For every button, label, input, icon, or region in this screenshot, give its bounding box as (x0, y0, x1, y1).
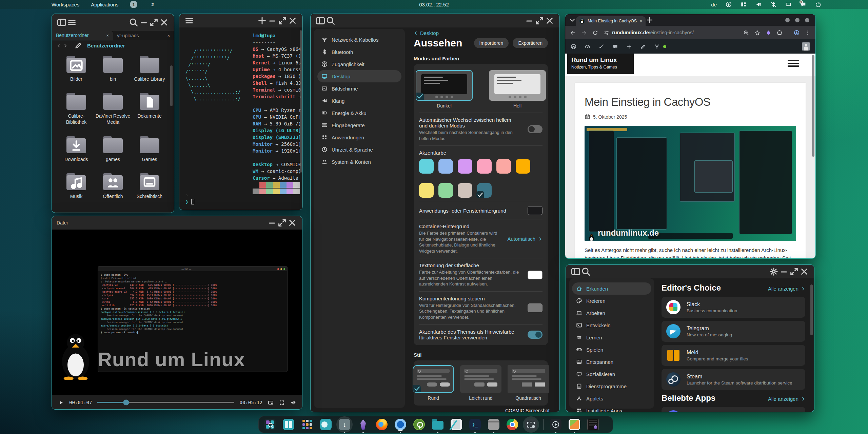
mode-option-hell[interactable]: Hell (489, 70, 546, 108)
browser-window-controls[interactable] (785, 18, 809, 22)
wp-avatar[interactable] (802, 42, 810, 51)
workspace-2-button[interactable]: 2 (149, 1, 156, 8)
menu-icon[interactable] (67, 17, 77, 27)
app-row-meld[interactable]: MeldCompare and merge your files (662, 345, 805, 366)
accent-swatch[interactable] (516, 159, 530, 174)
texttint-color-chip[interactable] (528, 271, 542, 279)
extension-flame-icon[interactable] (766, 30, 771, 36)
back-link[interactable]: Desktop (414, 30, 548, 36)
files-tab[interactable]: yt-uploads× (113, 31, 174, 40)
dock-icon-keepassxc[interactable] (413, 418, 426, 431)
terminal-titlebar[interactable] (179, 14, 302, 27)
accent-swatch[interactable] (419, 183, 434, 198)
site-menu-icon[interactable] (788, 60, 799, 68)
see-all-link[interactable]: Alle anzeigen (768, 286, 805, 292)
maximize-icon[interactable] (789, 267, 799, 277)
store-category-applets[interactable]: Applets (572, 392, 651, 405)
dock-icon-chrome[interactable] (506, 418, 519, 431)
accent-swatch[interactable] (458, 159, 472, 174)
settings-gear-icon[interactable] (769, 267, 779, 277)
settings-titlebar[interactable] (311, 14, 559, 27)
folder-item[interactable]: Bilder (58, 58, 95, 82)
autoswitch-toggle[interactable] (528, 125, 542, 133)
accent-swatch[interactable] (496, 159, 511, 174)
notifications-icon[interactable]: 9 (800, 1, 806, 7)
menu-icon[interactable] (184, 16, 194, 26)
site-logo[interactable]: Rund um Linux Notizen, Tipps & Games (567, 54, 634, 74)
file-menu[interactable]: Datei (57, 220, 68, 225)
accent-swatch[interactable] (438, 183, 453, 198)
hint-color-toggle[interactable] (528, 331, 542, 339)
tab-close-icon[interactable]: × (640, 19, 642, 23)
app-row-slack[interactable]: SlackBusiness communication (662, 297, 805, 318)
close-icon[interactable] (288, 16, 298, 26)
applications-button[interactable]: Applications (91, 2, 118, 7)
sidebar-item-energie-akku[interactable]: Energie & Akku (317, 107, 401, 119)
maximize-icon[interactable] (277, 218, 287, 228)
minimize-icon[interactable] (779, 267, 789, 277)
dock-icon-image-viewer[interactable] (568, 418, 581, 431)
accent-swatch[interactable] (419, 159, 434, 174)
tab-search-icon[interactable] (569, 16, 576, 24)
maximize-icon[interactable] (277, 16, 288, 26)
play-icon[interactable] (58, 400, 64, 406)
app-row-discord[interactable]: DiscordTalk, play, hang out (662, 407, 805, 412)
sidebar-item-zug-nglichkeit[interactable]: Zugänglichkeit (317, 58, 401, 70)
terminal-scrollbar[interactable] (300, 30, 302, 173)
tab-close-icon[interactable]: × (167, 33, 170, 38)
wp-dashboard-icon[interactable] (585, 44, 590, 50)
folder-item[interactable]: Downloads (58, 138, 95, 162)
accent-swatch-selected[interactable] (477, 183, 492, 198)
sidebar-item-uhrzeit-sprache[interactable]: Uhrzeit & Sprache (317, 143, 401, 156)
store-category-spielen[interactable]: Spielen (572, 343, 651, 356)
maximize-icon[interactable] (149, 17, 159, 27)
dock-icon-terminal[interactable] (469, 418, 481, 431)
dock-icon-files[interactable] (431, 418, 444, 431)
minimize-icon[interactable] (139, 17, 149, 27)
folder-item[interactable]: Games (131, 138, 168, 162)
minimize-icon[interactable] (267, 218, 277, 228)
workspaces-button[interactable]: Workspaces (52, 2, 79, 7)
component-color-chip[interactable] (528, 303, 542, 312)
browser-menu-icon[interactable] (805, 30, 811, 36)
dock-icon-disc[interactable] (319, 418, 332, 431)
store-category-kreieren[interactable]: Kreieren (572, 295, 651, 307)
folder-item[interactable]: DaVinci Resolve Media (95, 95, 131, 125)
store-category-entwickeln[interactable]: Entwickeln (572, 319, 651, 331)
sidebar-toggle-icon[interactable] (57, 17, 67, 27)
breadcrumb[interactable]: Benutzerordner (87, 43, 125, 48)
sidebar-item-system-konten[interactable]: System & Konten (317, 156, 401, 168)
close-icon[interactable] (287, 218, 297, 228)
close-icon[interactable] (159, 17, 169, 27)
volume-icon[interactable] (755, 1, 762, 7)
accent-swatch[interactable] (477, 159, 492, 174)
wp-edit-icon[interactable] (640, 44, 646, 50)
appbg-color-chip[interactable] (528, 206, 542, 215)
new-tab-icon[interactable] (257, 16, 267, 26)
files-tab[interactable]: Benutzerordner× (52, 31, 113, 40)
folder-item[interactable]: Öffentlich (95, 175, 131, 199)
store-category-dienstprogramme[interactable]: Dienstprogramme (572, 380, 651, 392)
folder-item[interactable]: games (95, 138, 131, 162)
back-icon[interactable] (570, 30, 576, 36)
store-titlebar[interactable] (566, 265, 814, 278)
container-auto-link[interactable]: Automatisch (507, 236, 542, 242)
accent-swatch[interactable] (438, 159, 453, 174)
dock-icon-screenshot[interactable] (525, 418, 537, 431)
wp-new-icon[interactable] (626, 44, 632, 50)
store-scrollbar[interactable] (810, 284, 813, 335)
power-icon[interactable] (815, 1, 821, 7)
store-category-arbeiten[interactable]: Arbeiten (572, 307, 651, 319)
folder-item[interactable]: bin (95, 58, 131, 82)
sidebar-item-klang[interactable]: Klang (317, 95, 401, 107)
search-icon[interactable] (326, 16, 336, 26)
files-scrollbar[interactable] (170, 65, 173, 106)
app-row-steam[interactable]: SteamLauncher for the Steam software dis… (662, 369, 805, 390)
minimize-icon[interactable] (524, 16, 534, 26)
store-category-entspannen[interactable]: Entspannen (572, 356, 651, 368)
video-area[interactable]: — fish — $ sudo pacman -Syy[sudo] Passwo… (52, 230, 302, 395)
wp-customize-icon[interactable] (598, 44, 604, 50)
store-category-installierte-apps[interactable]: Installierte Apps (572, 405, 651, 412)
mode-option-dunkel[interactable]: Dunkel (416, 70, 473, 108)
store-category-erkunden[interactable]: Erkunden (572, 282, 651, 295)
